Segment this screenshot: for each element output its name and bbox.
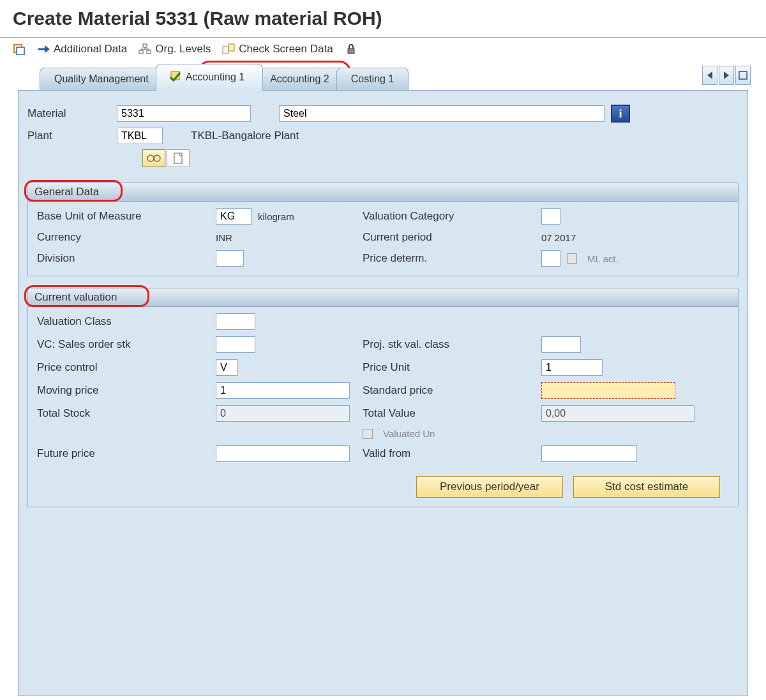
currency-label: Currency	[37, 231, 216, 244]
tab-nav	[702, 66, 751, 85]
general-data-header: General Data	[27, 182, 739, 202]
toolbar-label: Check Screen Data	[239, 43, 333, 56]
chevron-right-icon	[724, 71, 729, 79]
base-uom-input[interactable]	[216, 208, 252, 225]
valid-from-label: Valid from	[363, 447, 541, 460]
svg-point-17	[154, 155, 160, 161]
page-title: Create Material 5331 (Raw material ROH)	[13, 8, 753, 29]
val-class-input[interactable]	[216, 313, 255, 330]
lock-icon	[345, 43, 357, 55]
valid-from-input[interactable]	[541, 445, 637, 462]
page-icon	[173, 153, 183, 164]
prev-period-button[interactable]: Previous period/year	[416, 476, 563, 498]
moving-price-label: Moving price	[37, 384, 216, 397]
svg-rect-15	[739, 71, 747, 79]
tab-prev-button[interactable]	[702, 66, 717, 85]
current-period-value: 07 2017	[541, 232, 695, 243]
plant-desc: TKBL-Bangalore Plant	[191, 130, 299, 142]
future-price-input[interactable]	[216, 445, 350, 462]
app-toolbar: Additional Data Org. Levels Check Screen…	[0, 38, 766, 64]
info-icon: i	[619, 107, 622, 121]
tab-quality-management[interactable]: Quality Management	[40, 68, 163, 90]
base-uom-label: Base Unit of Measure	[37, 210, 216, 223]
title-bar: Create Material 5331 (Raw material ROH)	[0, 0, 766, 38]
material-input[interactable]	[117, 105, 251, 122]
tab-area: Quality Management Accounting 1 Accounti…	[0, 64, 766, 696]
svg-rect-5	[139, 50, 143, 54]
check-screen-button[interactable]: Check Screen Data	[222, 43, 333, 56]
svg-rect-4	[143, 44, 147, 47]
material-desc-input[interactable]	[279, 105, 605, 122]
proj-stk-input[interactable]	[541, 336, 581, 353]
valuation-actions: Previous period/year Std cost estimate	[37, 476, 729, 498]
proj-stk-label: Proj. stk val. class	[363, 338, 541, 351]
svg-marker-3	[45, 45, 50, 53]
toolbar-label: Additional Data	[54, 43, 127, 56]
toolbar-label: Org. Levels	[155, 43, 211, 56]
svg-rect-11	[223, 47, 229, 54]
total-stock-input	[216, 405, 350, 422]
price-control-label: Price control	[37, 361, 216, 374]
plant-input[interactable]	[117, 128, 163, 144]
tab-next-button[interactable]	[719, 66, 734, 85]
std-price-input[interactable]	[541, 382, 675, 399]
additional-data-button[interactable]: Additional Data	[37, 43, 127, 56]
svg-rect-6	[147, 50, 151, 54]
tab-label: Quality Management	[54, 73, 149, 85]
svg-rect-13	[348, 48, 354, 54]
future-price-label: Future price	[37, 447, 216, 460]
moving-price-input[interactable]	[216, 382, 350, 399]
price-determ-input[interactable]	[541, 250, 560, 267]
ml-act-checkbox	[567, 253, 577, 264]
tab-strip: Quality Management Accounting 1 Accounti…	[9, 64, 757, 90]
valuation-cat-input[interactable]	[541, 208, 560, 225]
chevron-left-icon	[707, 71, 712, 79]
display-button[interactable]	[142, 149, 165, 167]
mini-toolbar	[142, 149, 739, 167]
division-input[interactable]	[216, 250, 244, 267]
std-price-label: Standard price	[363, 384, 541, 397]
tab-label: Accounting 2	[270, 73, 329, 85]
new-button[interactable]	[167, 149, 190, 167]
tab-accounting-2[interactable]: Accounting 2	[255, 68, 344, 90]
tab-list-icon	[739, 71, 747, 80]
arrow-right-icon	[37, 43, 50, 55]
price-unit-input[interactable]	[541, 359, 603, 376]
total-stock-label: Total Stock	[37, 407, 216, 420]
price-control-input[interactable]	[216, 359, 237, 376]
tab-list-button[interactable]	[735, 66, 751, 85]
general-data-body: Base Unit of Measure kilogram Valuation …	[27, 202, 739, 276]
vc-sales-label: VC: Sales order stk	[37, 338, 216, 351]
general-data-group: General Data Base Unit of Measure kilogr…	[27, 182, 739, 276]
vc-sales-input[interactable]	[216, 336, 255, 353]
info-button[interactable]: i	[611, 105, 630, 123]
tab-label: Costing 1	[351, 73, 394, 85]
content-panel: Material i Plant TKBL-Bangalore Plant	[18, 90, 748, 696]
material-row: Material i	[27, 105, 739, 123]
check-screen-icon	[222, 43, 235, 55]
lock-button[interactable]	[345, 43, 357, 55]
svg-rect-12	[229, 44, 234, 51]
tab-costing-1[interactable]: Costing 1	[336, 68, 409, 90]
division-label: Division	[37, 252, 216, 265]
total-value-input	[541, 405, 695, 422]
glasses-icon	[147, 154, 161, 163]
svg-rect-19	[174, 153, 182, 163]
toolbar-unknown-btn[interactable]	[13, 43, 26, 55]
group-title: Current valuation	[34, 291, 117, 303]
total-value-label: Total Value	[363, 407, 541, 420]
current-valuation-group: Current valuation Valuation Class VC: Sa…	[27, 288, 739, 507]
svg-rect-1	[17, 47, 24, 55]
svg-point-16	[147, 155, 154, 161]
ml-act-label: ML act.	[587, 253, 619, 264]
hierarchy-icon	[139, 43, 151, 55]
group-title: General Data	[34, 186, 99, 198]
std-cost-estimate-button[interactable]: Std cost estimate	[573, 476, 720, 498]
valuated-un-checkbox	[363, 429, 373, 439]
currency-value: INR	[216, 232, 363, 243]
valuated-un-label: Valuated Un	[383, 428, 435, 439]
sap-window: Create Material 5331 (Raw material ROH) …	[0, 0, 766, 700]
val-class-label: Valuation Class	[37, 315, 216, 328]
tab-accounting-1[interactable]: Accounting 1	[156, 64, 264, 90]
org-levels-button[interactable]: Org. Levels	[139, 43, 211, 56]
